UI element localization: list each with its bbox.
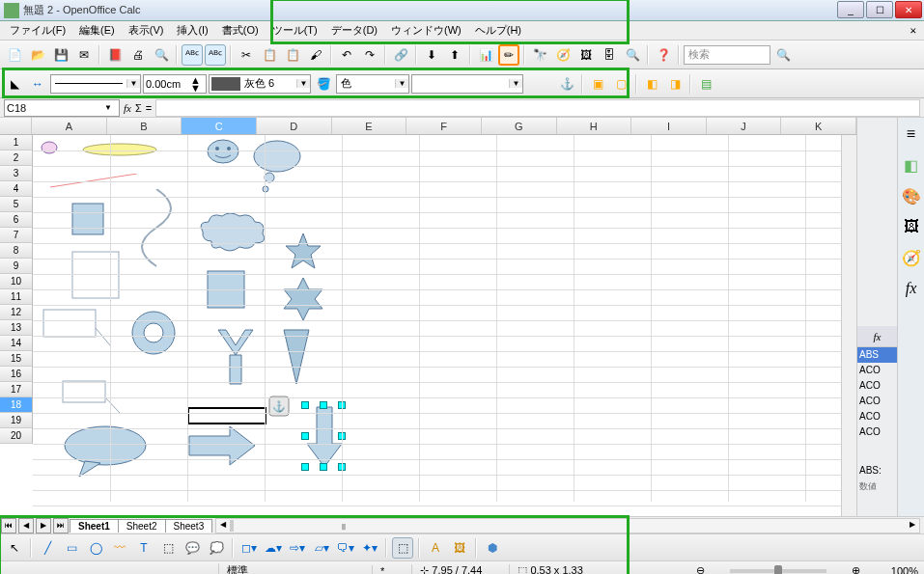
row-header[interactable]: 8 [0,243,33,259]
menu-format[interactable]: 書式(O) [216,21,265,40]
menu-window[interactable]: ウィンドウ(W) [385,21,467,40]
sidebar-navigator-icon[interactable]: 🧭 [901,247,922,268]
tab-prev-icon[interactable]: ◀ [18,518,34,533]
row-header[interactable]: 5 [0,197,33,212]
chart-icon[interactable]: 📊 [475,44,496,66]
menu-edit[interactable]: 編集(E) [73,21,121,40]
col-header-K[interactable]: K [781,118,856,134]
new-icon[interactable]: 📄 [4,44,25,66]
help-icon[interactable]: ❓ [653,44,674,66]
row-header[interactable]: 15 [0,351,33,367]
send-back-icon[interactable]: ▢ [610,73,631,95]
select-all-corner[interactable] [0,118,32,134]
copy-icon[interactable]: 📋 [259,44,280,66]
autospell-icon[interactable]: ᴬᴮᶜ [205,44,226,66]
menu-tools[interactable]: ツール(T) [266,21,323,40]
shape-square-blue[interactable] [71,203,104,235]
tab-next-icon[interactable]: ▶ [36,518,51,533]
freeform-tool-icon[interactable]: 〰 [109,537,130,559]
fx-panel-icon[interactable]: fx [857,326,897,347]
spellcheck-icon[interactable]: ᴬᴮᶜ [182,44,203,66]
row-header[interactable]: 10 [0,274,33,289]
shape-triangle-down[interactable] [282,328,311,386]
sort-asc-icon[interactable]: ⬇ [421,44,442,66]
col-header-D[interactable]: D [257,118,332,134]
sheet-tab[interactable]: Sheet2 [118,519,166,533]
shape-arrow-right[interactable] [187,424,257,467]
maximize-button[interactable]: ☐ [866,1,893,18]
fontwork-icon[interactable]: A [425,537,446,559]
arrow-shapes-icon[interactable]: ⇨▾ [287,537,308,559]
col-header-J[interactable]: J [707,118,782,134]
sort-desc-icon[interactable]: ⬆ [444,44,465,66]
redo-icon[interactable]: ↷ [359,44,380,66]
menu-insert[interactable]: 挿入(I) [171,21,213,40]
tab-last-icon[interactable]: ⏭ [53,518,69,533]
zoom-out-icon[interactable]: ⊖ [696,564,705,574]
arrow-style-icon[interactable]: ↔ [27,73,48,95]
col-header-F[interactable]: F [406,118,482,134]
cut-icon[interactable]: ✂ [236,44,257,66]
shape-letter-y[interactable] [216,328,255,386]
extrusion-icon[interactable]: ⬢ [482,537,503,559]
fill-value-dropdown[interactable]: ▼ [411,74,523,94]
navigator-icon[interactable]: 🧭 [552,44,574,66]
star-shapes-icon[interactable]: ✦▾ [359,537,380,559]
menu-data[interactable]: データ(D) [325,21,383,40]
sidebar-menu-icon[interactable]: ≡ [901,123,922,145]
basic-shapes-icon[interactable]: ◻▾ [238,537,260,559]
tab-first-icon[interactable]: ⏮ [1,518,16,533]
menu-help[interactable]: ヘルプ(H) [469,21,527,40]
equals-icon[interactable]: = [146,102,152,114]
row-header[interactable]: 16 [0,367,33,382]
points-edit-icon[interactable]: ⬚ [392,537,413,559]
close-button[interactable]: ✕ [895,1,922,18]
shape-star6[interactable] [280,276,326,322]
line-width-input[interactable]: ▲▼ [143,74,207,94]
row-header[interactable]: 13 [0,320,33,336]
sheet-tab[interactable]: Sheet3 [165,519,213,533]
line-tool-icon[interactable]: ╱ [37,537,58,559]
text-tool-icon[interactable]: T [133,537,154,559]
row-header[interactable]: 20 [0,428,33,444]
formula-input[interactable] [155,99,920,117]
minimize-button[interactable]: _ [837,1,864,18]
zoom-value[interactable]: 100% [880,565,918,575]
alignment-icon[interactable]: ▤ [695,73,716,95]
col-header-B[interactable]: B [107,118,182,134]
row-header[interactable]: 12 [0,305,33,320]
ellipse-tool-icon[interactable]: ◯ [85,537,106,559]
row-header[interactable]: 2 [0,150,33,166]
shape-thought-cloud[interactable] [250,137,304,199]
menu-view[interactable]: 表示(V) [123,21,170,40]
row-header[interactable]: 19 [0,413,33,428]
name-box[interactable]: ▼ [4,99,120,117]
zoom-icon[interactable]: 🔍 [622,44,643,66]
undo-icon[interactable]: ↶ [336,44,357,66]
find-icon[interactable]: 🔭 [529,44,550,66]
format-paint-icon[interactable]: 🖌 [305,44,326,66]
fn-item[interactable]: ACO [857,424,897,440]
sidebar-styles-icon[interactable]: 🎨 [901,185,922,206]
sidebar-functions-icon[interactable]: fx [901,278,922,299]
sheet-tab[interactable]: Sheet1 [70,519,119,533]
hyperlink-icon[interactable]: 🔗 [390,44,411,66]
paste-icon[interactable]: 📋 [282,44,303,66]
resize-handle[interactable] [301,463,309,471]
shape-face-icon[interactable] [207,139,239,164]
col-header-C[interactable]: C [182,118,257,134]
line-color-dropdown[interactable]: 灰色 6▼ [209,74,311,94]
shape-curve[interactable] [137,189,187,272]
horizontal-scrollbar[interactable]: ◀ ⫴ ▶ [215,518,920,533]
row-header[interactable]: 17 [0,382,33,397]
resize-handle[interactable] [301,401,309,409]
line-style-dropdown[interactable]: ▼ [50,74,141,94]
row-header[interactable]: 1 [0,135,33,150]
shape-ring[interactable] [129,309,178,357]
shape-cloud[interactable] [197,212,270,255]
open-icon[interactable]: 📂 [27,44,48,66]
anchor-icon[interactable]: ⚓ [556,73,577,95]
shape-ellipse-small[interactable] [41,141,58,154]
vertical-scrollbar[interactable] [841,135,856,516]
col-header-E[interactable]: E [332,118,407,134]
